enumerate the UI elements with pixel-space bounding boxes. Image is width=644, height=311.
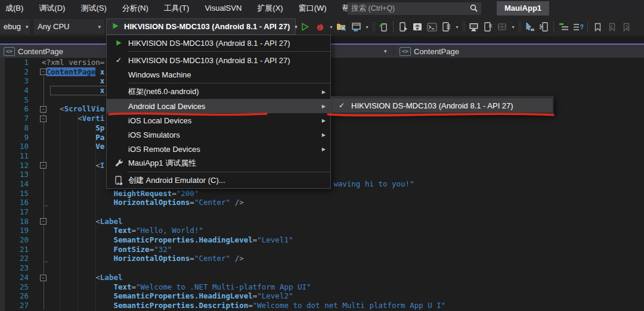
device-log-icon[interactable] — [440, 21, 452, 33]
platform-combo[interactable]: Any CPU ▾ — [34, 19, 104, 34]
menu-item-hikvision-ds-mdc103-android-8-1-api-27-[interactable]: HIKVISION DS-MDC103 (Android 8.1 - API 2… — [107, 36, 330, 50]
chevron-down-icon[interactable]: ▾ — [454, 24, 460, 30]
submenu-arrow-icon: ▶ — [322, 118, 326, 123]
fold-collapse-box[interactable]: - — [40, 116, 47, 122]
line-number: 16 — [5, 198, 29, 207]
code-line-18[interactable]: 18 <Label — [0, 217, 644, 226]
code-line-27[interactable]: 27 SemanticProperties.Description="Welco… — [0, 301, 644, 310]
menubar-item[interactable]: VisualSVN — [197, 0, 249, 17]
line-number: 26 — [5, 291, 29, 301]
code-line-26[interactable]: 26 SemanticProperties.HeadingLevel="Leve… — [0, 291, 644, 301]
menubar-item[interactable]: 工具(T) — [156, 0, 197, 17]
menubar-item[interactable]: 窗口(W) — [291, 0, 335, 17]
menu-item-ios-local-devices[interactable]: iOS Local Devices▶ — [107, 113, 330, 127]
code-line-25[interactable]: 25 Text="Welcome to .NET Multi-platform … — [0, 282, 644, 292]
hot-reload-group: ▾ — [299, 21, 340, 33]
fold-collapse-box[interactable]: - — [40, 106, 47, 113]
menu-item-hikvision-ds-mdc103-android-8-1-api-27-[interactable]: ✓HIKVISION DS-MDC103 (Android 8.1 - API … — [332, 98, 552, 113]
toolbar-separator — [553, 21, 554, 33]
toolbar-icon-strip: ▾▾▾? — [336, 21, 644, 33]
code-line-16[interactable]: 16 HorizontalOptions="Center" /> — [0, 198, 644, 207]
chevron-down-icon[interactable]: ▾ — [329, 24, 334, 30]
menubar-item[interactable]: 扩展(X) — [249, 0, 290, 17]
folder-search-icon[interactable] — [336, 21, 348, 33]
menu-item-ios-simulators[interactable]: iOS Simulators▶ — [107, 127, 330, 142]
monitor-icon[interactable] — [467, 21, 479, 33]
line-number: 4 — [5, 86, 29, 95]
menu-item-android-local-devices[interactable]: Android Local Devices▶ — [107, 99, 330, 113]
menu-item-mauiapp1-[interactable]: MauiApp1 调试属性 — [107, 156, 330, 170]
menu-item-label: Android Local Devices — [128, 102, 205, 111]
search-input[interactable]: 搜索 (Ctrl+Q) — [348, 2, 481, 15]
code-line-20[interactable]: 20 SemanticProperties.HeadingLevel="Leve… — [0, 235, 644, 245]
fold-collapse-box[interactable]: - — [40, 275, 47, 281]
toolbar: ebug ▾ Any CPU ▾ HIKVISION DS-MDC103 (An… — [0, 17, 644, 37]
solution-name-badge[interactable]: MauiApp1 — [497, 1, 549, 15]
chevron-down-icon[interactable]: ▾ — [364, 24, 370, 30]
outline-list-icon[interactable] — [558, 21, 569, 33]
bookmark-icon[interactable] — [592, 21, 603, 33]
device-screen-icon[interactable] — [482, 21, 494, 33]
chevron-down-icon[interactable]: ▾ — [384, 48, 387, 54]
check-icon: ✓ — [114, 55, 123, 65]
menubar-item[interactable]: 调试(D) — [31, 0, 73, 17]
menu-item--net6-0-android-[interactable]: 框架(net6.0-android)▶ — [107, 85, 330, 99]
code-line-19[interactable]: 19 Text="Hello, World!" — [0, 226, 644, 235]
bookmark-prev-icon[interactable] — [606, 21, 618, 33]
nav-member-dropdown[interactable]: <> ContentPage — [396, 45, 459, 58]
xml-tag-icon: <> — [4, 47, 15, 56]
nav-type-dropdown[interactable]: ContentPage — [18, 47, 63, 56]
menu-item-label: 框架(net6.0-android) — [128, 86, 199, 97]
fold-collapse-box[interactable]: - — [40, 162, 47, 169]
code-line-23[interactable]: 23 — [0, 263, 644, 273]
svg-text:?: ? — [580, 23, 583, 30]
xml-tag-icon: <> — [400, 47, 411, 56]
indent-guide — [95, 114, 96, 310]
submenu-arrow-icon: ▶ — [322, 147, 326, 152]
fold-collapse-box[interactable]: - — [40, 69, 47, 75]
question-list-icon[interactable]: ? — [572, 21, 584, 33]
fold-collapse-box[interactable]: - — [40, 218, 47, 225]
line-number: 10 — [5, 142, 29, 151]
line-number: 1 — [5, 58, 29, 67]
bookmark-next-icon[interactable] — [620, 21, 632, 33]
menu-item-windows-machine[interactable]: Windows Machine — [107, 67, 330, 82]
code-line-21[interactable]: 21 FontSize="32" — [0, 245, 644, 254]
configuration-combo[interactable]: ebug ▾ — [0, 19, 30, 34]
menu-item-hikvision-ds-mdc103-android-8-1-api-27-[interactable]: ✓HIKVISION DS-MDC103 (Android 8.1 - API … — [107, 53, 330, 67]
device-deploy-icon[interactable] — [397, 21, 409, 33]
android-device-icon[interactable] — [411, 21, 423, 33]
menu-item-ios-remote-devices[interactable]: iOS Remote Devices▶ — [107, 142, 330, 156]
code-line-15[interactable]: 15 HeightRequest="200" — [0, 189, 644, 198]
pointer-device-icon[interactable] — [524, 21, 535, 33]
android-local-devices-submenu: ✓HIKVISION DS-MDC103 (Android 8.1 - API … — [331, 97, 553, 114]
indent-guide — [78, 114, 78, 310]
device-disabled-icon[interactable] — [496, 21, 508, 33]
code-line-24[interactable]: 24 <Label — [0, 273, 644, 282]
hot-reload-flame-icon[interactable] — [314, 21, 326, 33]
terminal-icon[interactable] — [426, 21, 438, 33]
toolbar-grip — [372, 21, 375, 32]
line-number: 18 — [5, 217, 29, 226]
menubar-item[interactable]: 成(B) — [0, 0, 31, 17]
run-target-button[interactable]: HIKVISION DS-MDC103 (Android 8.1 - API 2… — [106, 18, 296, 35]
code-line-22[interactable]: 22 HorizontalOptions="Center" /> — [0, 254, 644, 263]
line-number: 11 — [5, 151, 29, 161]
toolbar-separator — [393, 21, 394, 33]
indent-guide — [60, 114, 60, 310]
menubar-item[interactable]: 测试(S) — [73, 0, 114, 17]
menu-item-label: MauiApp1 调试属性 — [128, 158, 196, 169]
chevron-down-icon[interactable]: ▾ — [510, 24, 516, 30]
code-line-17[interactable]: 17 — [0, 207, 644, 217]
device-refresh-icon[interactable] — [377, 21, 389, 33]
search-icon[interactable] — [470, 4, 478, 14]
menu-item-label: HIKVISION DS-MDC103 (Android 8.1 - API 2… — [128, 39, 290, 48]
menu-item-label: HIKVISION DS-MDC103 (Android 8.1 - API 2… — [128, 56, 290, 65]
device-import-icon[interactable] — [538, 21, 550, 33]
line-number: 22 — [5, 254, 29, 263]
line-number: 9 — [5, 133, 29, 142]
window-home-icon[interactable] — [350, 21, 362, 33]
menu-item--android-emulator-c-[interactable]: 创建 Android Emulator (C)... — [107, 173, 330, 188]
play-outline-icon[interactable] — [299, 21, 311, 33]
menubar-item[interactable]: 分析(N) — [114, 0, 156, 17]
